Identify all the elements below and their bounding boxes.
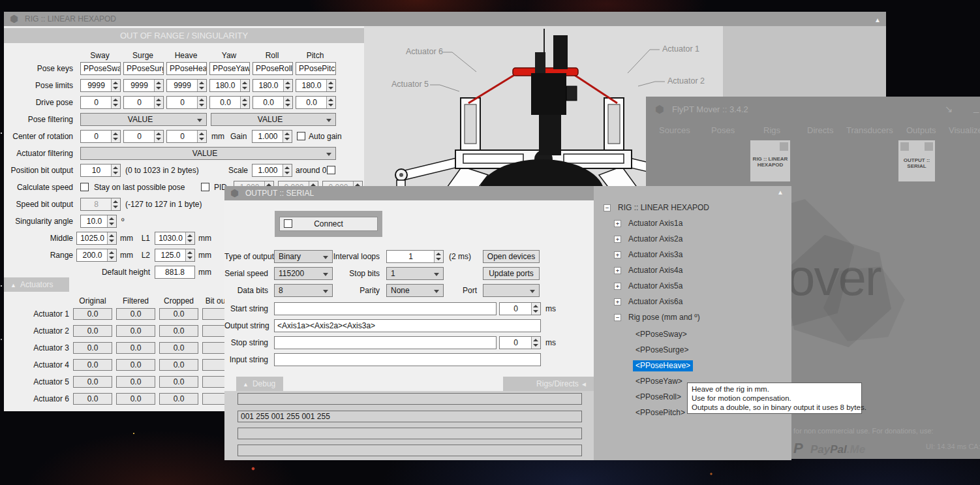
- start-delay-spinner[interactable]: 0: [499, 302, 541, 315]
- center-rotation-x-spinner[interactable]: 0: [80, 130, 121, 143]
- spinner-arrows[interactable]: [111, 80, 120, 91]
- stop-bits-dropdown[interactable]: 1: [386, 267, 444, 280]
- middle-spinner[interactable]: 1025.0: [76, 232, 117, 245]
- tree-expand-box[interactable]: +: [614, 251, 621, 258]
- pose-key-pitch-input[interactable]: PPosePitch: [296, 62, 336, 75]
- around-zero-checkbox[interactable]: [327, 166, 335, 174]
- spinner-arrows[interactable]: [154, 97, 163, 108]
- tab-visualizers[interactable]: Visualizers: [949, 125, 980, 135]
- pose-filtering-translation-dropdown[interactable]: VALUE: [80, 113, 207, 126]
- range-spinner[interactable]: 200.0: [76, 249, 117, 262]
- tree-expand-box[interactable]: +: [614, 267, 621, 274]
- pose-filtering-rotation-dropdown[interactable]: VALUE: [211, 113, 336, 126]
- connect-inner[interactable]: Connect: [279, 217, 378, 231]
- tree-item-pposeroll[interactable]: <PPoseRoll>: [635, 392, 681, 403]
- drive-pose-sway-spinner[interactable]: 0: [80, 96, 121, 109]
- center-rotation-z-spinner[interactable]: 0: [166, 130, 207, 143]
- drive-pose-surge-spinner[interactable]: 0: [123, 96, 164, 109]
- input-string-input[interactable]: [274, 353, 541, 366]
- rig-window-titlebar[interactable]: ⬢ RIG :: LINEAR HEXAPOD ▲: [4, 12, 886, 26]
- tree-item-rig-pose[interactable]: Rig pose (mm and º): [628, 312, 700, 323]
- position-bit-output-spinner[interactable]: 10: [80, 164, 121, 177]
- tree-expand-box[interactable]: +: [614, 236, 621, 243]
- rigs-directs-button[interactable]: Rigs/Directs ◄: [503, 377, 594, 391]
- tree-item-axis5a[interactable]: Actuator Axis5a: [628, 281, 682, 292]
- tab-directs[interactable]: Directs: [807, 125, 833, 135]
- singularity-angle-spinner[interactable]: 10.0: [80, 215, 117, 228]
- collapse-panel-icon[interactable]: ▲: [777, 189, 784, 196]
- serial-speed-dropdown[interactable]: 115200: [274, 267, 333, 280]
- update-ports-button[interactable]: Update ports: [483, 267, 540, 280]
- l1-spinner[interactable]: 1030.0: [155, 232, 195, 245]
- spinner-arrows[interactable]: [185, 249, 194, 261]
- actuators-section-tab[interactable]: ▲Actuators: [4, 277, 69, 292]
- collapse-window-icon[interactable]: ▲: [874, 13, 881, 27]
- drive-pose-roll-spinner[interactable]: 0.0: [253, 96, 293, 109]
- card-corner-square[interactable]: [925, 142, 933, 151]
- spinner-arrows[interactable]: [283, 164, 292, 176]
- gain-spinner[interactable]: 1.000: [252, 130, 292, 143]
- spinner-arrows[interactable]: [283, 80, 292, 91]
- pose-key-surge-input[interactable]: PPoseSurge: [123, 62, 164, 75]
- spinner-arrows[interactable]: [197, 131, 206, 142]
- pose-limit-yaw-spinner[interactable]: 180.0: [209, 79, 250, 92]
- output-string-input[interactable]: <Axis1a><Axis2a><Axis3a>: [274, 319, 541, 332]
- actuator-filtering-dropdown[interactable]: VALUE: [80, 147, 336, 160]
- pose-key-sway-input[interactable]: PPoseSway: [80, 62, 121, 75]
- tree-collapse-box[interactable]: −: [614, 314, 621, 321]
- tree-item-axis3a[interactable]: Actuator Axis3a: [628, 249, 682, 260]
- resize-icon[interactable]: ↘: [945, 103, 953, 115]
- tab-poses[interactable]: Poses: [711, 125, 735, 135]
- drive-pose-pitch-spinner[interactable]: 0.0: [296, 96, 336, 109]
- tree-expand-box[interactable]: +: [614, 298, 621, 305]
- spinner-arrows[interactable]: [283, 97, 292, 108]
- spinner-arrows[interactable]: [111, 164, 120, 176]
- spinner-arrows[interactable]: [111, 131, 120, 142]
- interval-loops-spinner[interactable]: 1: [386, 250, 444, 263]
- tree-item-axis6a[interactable]: Actuator Axis6a: [628, 296, 682, 307]
- scale-spinner[interactable]: 1.000: [252, 164, 292, 177]
- pose-limit-pitch-spinner[interactable]: 180.0: [296, 79, 336, 92]
- minimize-icon[interactable]: _: [973, 102, 979, 113]
- stop-delay-spinner[interactable]: 0: [499, 336, 541, 349]
- tree-item-pposepitch[interactable]: <PPosePitch>: [635, 407, 685, 418]
- spinner-arrows[interactable]: [326, 97, 335, 108]
- spinner-arrows[interactable]: [197, 80, 206, 91]
- debug-section-tab[interactable]: ▲Debug: [236, 377, 283, 391]
- pid-checkbox[interactable]: [201, 183, 209, 191]
- tree-item-axis2a[interactable]: Actuator Axis2a: [628, 234, 682, 245]
- spinner-arrows[interactable]: [154, 131, 163, 142]
- spinner-arrows[interactable]: [326, 80, 335, 91]
- output-window-titlebar[interactable]: ⬢ OUTPUT :: SERIAL: [224, 186, 594, 200]
- tree-item-axis1a[interactable]: Actuator Axis1a: [628, 218, 682, 229]
- mover-titlebar[interactable]: ⬢ FlyPT Mover :: 3.4.2 ↘ _: [646, 97, 980, 121]
- type-of-output-dropdown[interactable]: Binary: [274, 250, 333, 263]
- stop-string-input[interactable]: [274, 336, 497, 349]
- tab-rigs[interactable]: Rigs: [763, 125, 780, 135]
- spinner-arrows[interactable]: [154, 80, 163, 91]
- tree-root-rig[interactable]: RIG :: LINEAR HEXAPOD: [618, 202, 709, 213]
- l2-spinner[interactable]: 125.0: [155, 249, 195, 262]
- spinner-arrows[interactable]: [185, 232, 194, 244]
- tree-item-pposesway[interactable]: <PPoseSway>: [635, 329, 687, 340]
- tree-item-pposesurge[interactable]: <PPoseSurge>: [635, 345, 688, 356]
- start-string-input[interactable]: [274, 302, 497, 315]
- spinner-arrows[interactable]: [240, 97, 249, 108]
- tab-transducers[interactable]: Transducers: [846, 125, 893, 135]
- pose-limit-surge-spinner[interactable]: 9999: [123, 79, 164, 92]
- pose-key-yaw-input[interactable]: PPoseYaw: [209, 62, 250, 75]
- tree-expand-box[interactable]: +: [614, 283, 621, 290]
- spinner-arrows[interactable]: [111, 97, 120, 108]
- pose-limit-sway-spinner[interactable]: 9999: [80, 79, 121, 92]
- pose-limit-heave-spinner[interactable]: 9999: [166, 79, 207, 92]
- card-corner-square[interactable]: [780, 142, 788, 151]
- auto-gain-checkbox[interactable]: [297, 132, 305, 140]
- pose-key-roll-input[interactable]: PPoseRoll: [253, 62, 293, 75]
- pose-key-heave-input[interactable]: PPoseHeave: [166, 62, 207, 75]
- card-corner-square[interactable]: [900, 142, 909, 151]
- tree-item-axis4a[interactable]: Actuator Axis4a: [628, 265, 682, 276]
- tree-expand-box[interactable]: +: [614, 220, 621, 227]
- tree-item-pposeyaw[interactable]: <PPoseYaw>: [635, 376, 682, 387]
- data-bits-dropdown[interactable]: 8: [274, 284, 333, 297]
- calculate-speed-checkbox[interactable]: [80, 183, 89, 191]
